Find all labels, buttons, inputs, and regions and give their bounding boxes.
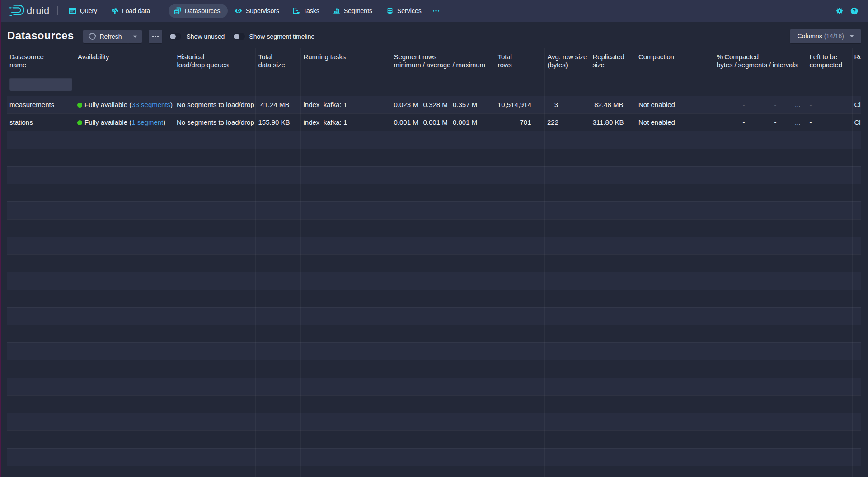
svg-text:?: ? — [853, 8, 856, 14]
